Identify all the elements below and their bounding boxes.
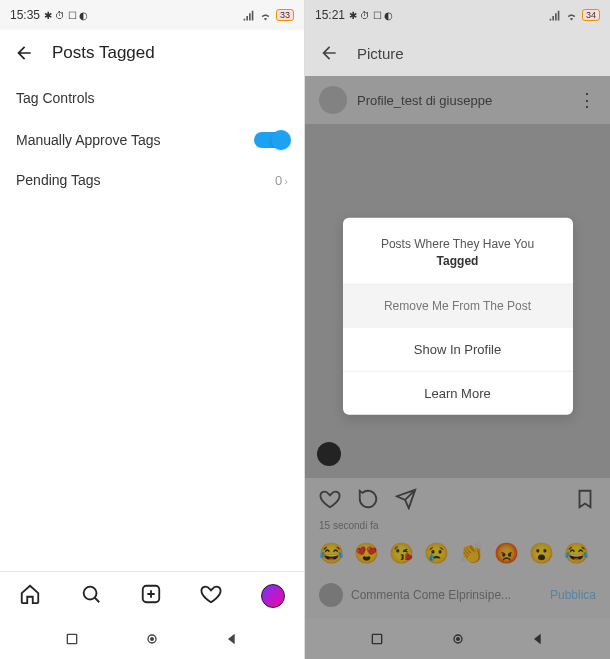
nav-home[interactable] [19, 583, 41, 609]
post-user-avatar[interactable] [319, 86, 347, 114]
tagged-person-avatar[interactable] [317, 442, 341, 466]
sysnav-home-icon[interactable] [450, 631, 466, 647]
share-icon[interactable] [395, 488, 417, 510]
pending-tags-row[interactable]: Pending Tags 0› [0, 160, 304, 200]
signal-icon [242, 9, 255, 22]
emoji-option[interactable]: 😡 [494, 541, 519, 565]
sysnav-recent-icon[interactable] [369, 631, 385, 647]
bookmark-icon[interactable] [574, 488, 596, 510]
settings-body: Tag Controls Manually Approve Tags Pendi… [0, 76, 304, 571]
publish-button[interactable]: Pubblica [550, 588, 596, 602]
post-more-icon[interactable]: ⋮ [578, 89, 596, 111]
sysnav-back-icon[interactable] [224, 631, 240, 647]
status-bar-right: 15:21 ✱ ⏱ ☐ ◐ 34 [305, 0, 610, 30]
status-icons: ✱ ⏱ ☐ ◐ [44, 10, 88, 21]
status-time: 15:35 [10, 8, 40, 22]
post-header-row: Profile_test di giuseppe ⋮ [305, 76, 610, 124]
phone-right: 15:21 ✱ ⏱ ☐ ◐ 34 Picture Profile_test di… [305, 0, 610, 659]
sysnav-recent-icon[interactable] [64, 631, 80, 647]
bottom-nav [0, 571, 304, 619]
page-title: Picture [357, 45, 404, 62]
pending-label: Pending Tags [16, 172, 101, 188]
emoji-option[interactable]: 😂 [319, 541, 344, 565]
post-timestamp: 15 secondi fa [305, 520, 610, 531]
tag-controls-link[interactable]: Tag Controls [0, 76, 304, 120]
post-username[interactable]: Profile_test di giuseppe [357, 93, 492, 108]
nav-profile[interactable] [261, 584, 285, 608]
emoji-option[interactable]: 👏 [459, 541, 484, 565]
emoji-option[interactable]: 😍 [354, 541, 379, 565]
svg-point-4 [150, 637, 154, 641]
pending-count: 0› [275, 173, 288, 188]
wifi-icon [565, 9, 578, 22]
signal-icon [548, 9, 561, 22]
back-arrow-icon[interactable] [319, 43, 339, 63]
manually-approve-row: Manually Approve Tags [0, 120, 304, 160]
header-bar-right: Picture [305, 30, 610, 76]
emoji-option[interactable]: 😢 [424, 541, 449, 565]
comment-placeholder[interactable]: Commenta Come Elprinsipe... [351, 588, 511, 602]
emoji-option[interactable]: 😮 [529, 541, 554, 565]
status-icons: ✱ ⏱ ☐ ◐ [349, 10, 393, 21]
svg-rect-5 [373, 634, 382, 643]
svg-point-0 [83, 586, 96, 599]
sysnav-home-icon[interactable] [144, 631, 160, 647]
phone-left: 15:35 ✱ ⏱ ☐ ◐ 33 Posts Tagged Tag Contro… [0, 0, 305, 659]
back-arrow-icon[interactable] [14, 43, 34, 63]
nav-activity[interactable] [200, 583, 222, 609]
emoji-option[interactable]: 😘 [389, 541, 414, 565]
wifi-icon [259, 9, 272, 22]
svg-rect-2 [67, 634, 76, 643]
approve-toggle[interactable] [254, 132, 288, 148]
sysnav-back-icon[interactable] [530, 631, 546, 647]
toggle-label: Manually Approve Tags [16, 132, 161, 148]
system-nav-right [305, 619, 610, 659]
comment-icon[interactable] [357, 488, 379, 510]
header-bar-left: Posts Tagged [0, 30, 304, 76]
status-time: 15:21 [315, 8, 345, 22]
like-icon[interactable] [319, 488, 341, 510]
post-actions-row [305, 478, 610, 520]
status-bar-left: 15:35 ✱ ⏱ ☐ ◐ 33 [0, 0, 304, 30]
emoji-quick-row: 😂 😍 😘 😢 👏 😡 😮 😂 [305, 531, 610, 575]
page-title: Posts Tagged [52, 43, 155, 63]
modal-title: Posts Where They Have You Tagged [343, 218, 573, 284]
nav-search[interactable] [80, 583, 102, 609]
battery-indicator: 33 [276, 9, 294, 21]
modal-learn-more[interactable]: Learn More [343, 371, 573, 415]
battery-indicator: 34 [582, 9, 600, 21]
system-nav-left [0, 619, 304, 659]
comment-avatar [319, 583, 343, 607]
modal-show-in-profile[interactable]: Show In Profile [343, 327, 573, 371]
comment-input-row: Commenta Come Elprinsipe... Pubblica [305, 575, 610, 619]
modal-remove-me[interactable]: Remove Me From The Post [343, 284, 573, 327]
emoji-option[interactable]: 😂 [564, 541, 589, 565]
tag-options-modal: Posts Where They Have You Tagged Remove … [343, 218, 573, 415]
svg-point-7 [456, 637, 460, 641]
nav-add[interactable] [140, 583, 162, 609]
